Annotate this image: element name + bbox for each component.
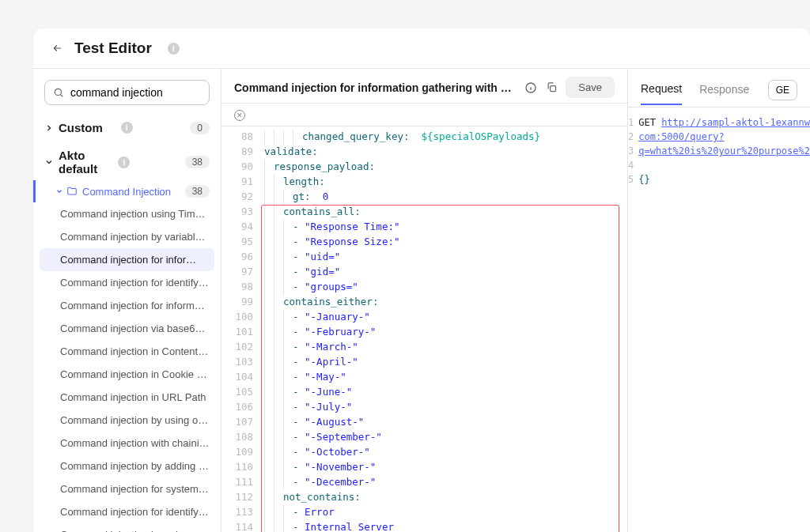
- editor-panel: Command injection for information gather…: [221, 69, 628, 532]
- count-badge: 38: [185, 185, 210, 198]
- info-icon[interactable]: [524, 81, 537, 94]
- info-icon: i: [118, 157, 130, 168]
- group-custom[interactable]: Custom i 0: [33, 116, 221, 139]
- group-label: Akto default: [59, 149, 113, 175]
- search-field[interactable]: [70, 86, 209, 99]
- code-body[interactable]: changed_query_key: ${specialOSPayloads}v…: [264, 130, 627, 532]
- editor-header: Command injection for information gather…: [221, 69, 627, 104]
- list-item[interactable]: Command injection by variable as...: [33, 225, 221, 248]
- line-gutter: 8889909192939495969798991001011021031041…: [221, 126, 261, 532]
- search-input[interactable]: [44, 80, 210, 105]
- count-badge: 38: [185, 156, 210, 168]
- group-akto-default[interactable]: Akto default i 38: [33, 144, 221, 180]
- list-item[interactable]: Command injection by adding qu...: [33, 455, 221, 477]
- list-item[interactable]: Command injection using Time d...: [33, 202, 221, 225]
- list-item[interactable]: Command injection via base64 e...: [33, 317, 221, 340]
- group-label: Custom: [59, 121, 116, 134]
- list-item[interactable]: Command injection for informatio...: [33, 294, 221, 317]
- list-item[interactable]: Command injection in URL Path: [33, 386, 221, 409]
- search-icon: [53, 87, 64, 98]
- tab-request[interactable]: Request: [641, 82, 682, 105]
- list-item[interactable]: Command injection for informat...: [40, 248, 214, 271]
- editor-title: Command injection for information gather…: [234, 81, 517, 94]
- back-icon[interactable]: [52, 43, 63, 54]
- tab-response[interactable]: Response: [699, 83, 749, 104]
- request-panel: Request Response GE 12345 GET http://sam…: [628, 69, 810, 532]
- list-item[interactable]: Command injection with chaining ...: [33, 432, 221, 455]
- info-icon: i: [121, 122, 133, 134]
- chevron-right-icon: [44, 123, 54, 133]
- list-item[interactable]: Command injection for system inf...: [33, 477, 221, 500]
- page-title: Test Editor: [74, 40, 152, 57]
- subgroup-label: Command Injection: [82, 186, 185, 198]
- svg-point-0: [55, 89, 61, 95]
- test-list: Command injection using Time d...Command…: [33, 202, 221, 532]
- chevron-down-icon: [55, 186, 63, 198]
- sidebar: Custom i 0 Akto default i 38: [33, 69, 221, 532]
- list-item[interactable]: Command injection for identifying...: [33, 500, 221, 523]
- request-body[interactable]: 12345 GET http://sampl-aktol-1exannwycom…: [628, 108, 810, 187]
- chevron-down-icon: [44, 157, 54, 167]
- list-item[interactable]: Command injection by using Here...: [33, 523, 221, 532]
- save-button[interactable]: Save: [566, 77, 615, 98]
- list-item[interactable]: Command injection for identifying...: [33, 271, 221, 294]
- request-gutter: 12345: [628, 115, 638, 187]
- code-editor[interactable]: 8889909192939495969798991001011021031041…: [221, 126, 627, 532]
- svg-rect-2: [550, 86, 555, 92]
- request-code: GET http://sampl-aktol-1exannwycom:5000/…: [638, 115, 810, 187]
- info-icon[interactable]: i: [168, 43, 180, 55]
- copy-icon[interactable]: [545, 81, 558, 94]
- list-item[interactable]: Command injection in Cookie Hea...: [33, 363, 221, 386]
- count-badge: 0: [190, 122, 210, 134]
- list-item[interactable]: Command injection by using oper...: [33, 409, 221, 432]
- method-dropdown[interactable]: GE: [768, 80, 797, 100]
- list-item[interactable]: Command injection in Content-Ty...: [33, 340, 221, 363]
- subgroup-command-injection[interactable]: Command Injection 38: [33, 180, 221, 202]
- tabs: Request Response GE: [628, 69, 810, 108]
- folder-icon: [66, 186, 78, 197]
- app-header: Test Editor i: [33, 28, 810, 69]
- close-icon[interactable]: ✕: [234, 110, 245, 121]
